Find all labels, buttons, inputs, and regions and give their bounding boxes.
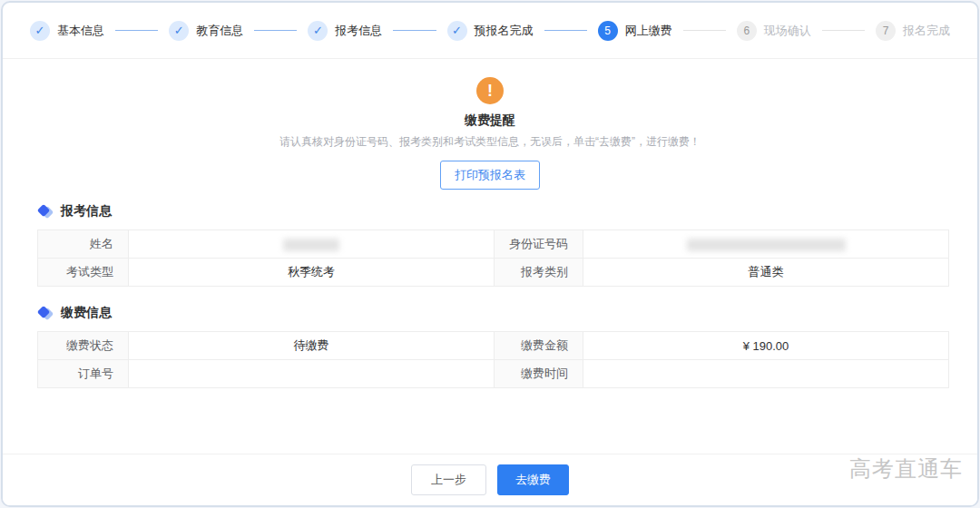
payment-info-header: 缴费信息 xyxy=(37,305,943,321)
field-value-payment-status: 待缴费 xyxy=(129,332,495,360)
step-connector xyxy=(822,30,865,31)
step-connector xyxy=(115,30,158,31)
field-label: 缴费金额 xyxy=(495,332,583,360)
notice-title: 缴费提醒 xyxy=(3,112,977,129)
diamond-icon xyxy=(37,203,54,220)
check-icon: ✓ xyxy=(30,21,50,41)
step-number: 7 xyxy=(876,21,896,41)
field-label: 订单号 xyxy=(38,360,129,388)
notice-description: 请认真核对身份证号码、报考类别和考试类型信息，无误后，单击“去缴费”，进行缴费！ xyxy=(3,134,977,150)
field-value-id-number xyxy=(583,230,949,259)
step-registration-done: 7 报名完成 xyxy=(876,21,950,41)
field-label: 报考类别 xyxy=(495,259,583,287)
field-value-exam-type: 秋季统考 xyxy=(129,259,495,287)
step-connector xyxy=(544,30,587,31)
check-icon: ✓ xyxy=(308,21,328,41)
exclamation-icon: ! xyxy=(476,77,504,104)
table-row: 订单号 缴费时间 xyxy=(38,360,949,388)
table-row: 考试类型 秋季统考 报考类别 普通类 xyxy=(38,259,949,287)
field-label: 缴费状态 xyxy=(38,332,129,360)
redacted-value xyxy=(687,239,846,251)
field-value-category: 普通类 xyxy=(583,259,949,287)
step-number: 5 xyxy=(598,21,618,41)
step-application-info: ✓ 报考信息 xyxy=(308,21,382,41)
field-value-payment-time xyxy=(583,360,949,388)
table-row: 缴费状态 待缴费 缴费金额 ¥ 190.00 xyxy=(38,332,949,360)
step-label: 教育信息 xyxy=(196,23,243,39)
section-title: 报考信息 xyxy=(61,203,112,220)
step-basic-info: ✓ 基本信息 xyxy=(30,21,104,41)
field-value-name xyxy=(129,230,495,259)
step-number: 6 xyxy=(737,21,757,41)
footer-actions: 上一步 去缴费 xyxy=(3,454,977,505)
step-label: 现场确认 xyxy=(764,23,811,39)
payment-info-table: 缴费状态 待缴费 缴费金额 ¥ 190.00 订单号 缴费时间 xyxy=(37,331,949,388)
step-onsite-confirmation: 6 现场确认 xyxy=(737,21,811,41)
previous-step-button[interactable]: 上一步 xyxy=(411,464,486,495)
step-label: 网上缴费 xyxy=(625,23,672,39)
step-label: 预报名完成 xyxy=(475,23,534,39)
watermark: 高考直通车 xyxy=(849,454,963,484)
step-label: 报名完成 xyxy=(903,23,950,39)
application-info-header: 报考信息 xyxy=(37,203,943,220)
progress-stepper: ✓ 基本信息 ✓ 教育信息 ✓ 报考信息 ✓ 预报名完成 5 网上缴费 6 现场… xyxy=(3,3,977,59)
application-info-table: 姓名 身份证号码 考试类型 秋季统考 报考类别 普通类 xyxy=(37,230,949,287)
field-label: 缴费时间 xyxy=(495,360,583,388)
step-connector xyxy=(393,30,436,31)
payment-reminder: ! 缴费提醒 请认真核对身份证号码、报考类别和考试类型信息，无误后，单击“去缴费… xyxy=(3,59,977,190)
registration-card: ✓ 基本信息 ✓ 教育信息 ✓ 报考信息 ✓ 预报名完成 5 网上缴费 6 现场… xyxy=(1,1,979,507)
print-pre-registration-form-button[interactable]: 打印预报名表 xyxy=(440,161,540,190)
step-label: 基本信息 xyxy=(57,23,104,39)
step-education-info: ✓ 教育信息 xyxy=(169,21,243,41)
step-label: 报考信息 xyxy=(335,23,382,39)
section-title: 缴费信息 xyxy=(61,305,112,321)
field-label: 姓名 xyxy=(38,230,129,259)
step-connector xyxy=(254,30,297,31)
check-icon: ✓ xyxy=(169,21,189,41)
table-row: 姓名 身份证号码 xyxy=(38,230,949,259)
go-pay-button[interactable]: 去缴费 xyxy=(497,464,569,495)
step-online-payment: 5 网上缴费 xyxy=(598,21,672,41)
diamond-icon xyxy=(37,305,54,321)
field-value-payment-amount: ¥ 190.00 xyxy=(583,332,949,360)
step-connector xyxy=(683,30,726,31)
field-value-order-number xyxy=(129,360,495,388)
field-label: 考试类型 xyxy=(38,259,129,287)
field-label: 身份证号码 xyxy=(495,230,583,259)
step-pre-registration-done: ✓ 预报名完成 xyxy=(447,21,534,41)
check-icon: ✓ xyxy=(447,21,467,41)
redacted-value xyxy=(283,239,339,251)
